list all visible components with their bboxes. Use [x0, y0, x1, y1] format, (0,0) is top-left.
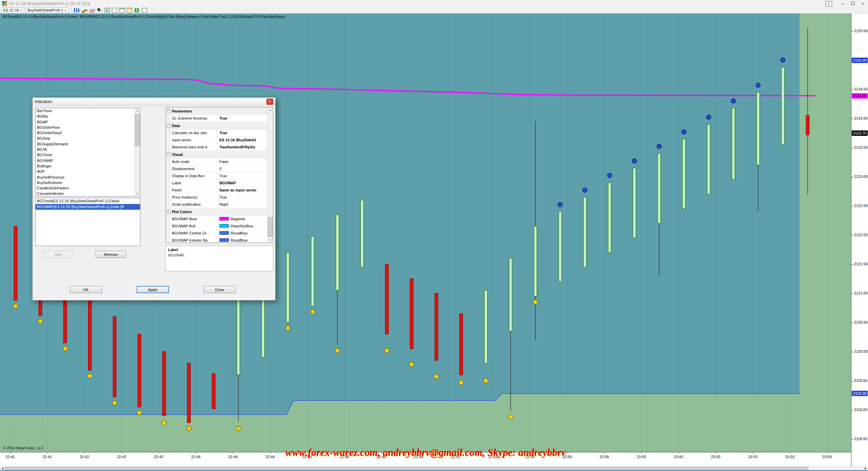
property-value[interactable]: True	[218, 129, 267, 136]
property-value[interactable]: Magenta	[218, 216, 267, 222]
scroll-down-icon[interactable]: ▼	[268, 238, 273, 243]
indicator-list-item[interactable]: BarTimer	[36, 108, 134, 114]
indicator-list-item[interactable]: BGMP	[36, 119, 134, 125]
dialog-close-icon[interactable]: ×	[267, 99, 273, 105]
indicator-list-item[interactable]: Bollinger	[36, 163, 134, 169]
property-value[interactable]: DeepSkyBlue	[218, 223, 267, 229]
property-grid[interactable]: Parameters01: Extreme ReversaTrueDataCal…	[165, 107, 273, 243]
available-list-scrollbar[interactable]: ▲ ▼	[134, 108, 140, 196]
link-button[interactable]: L	[825, 1, 832, 6]
property-value[interactable]: True	[218, 194, 267, 201]
property-value[interactable]: Right	[218, 201, 267, 208]
template-dropdown[interactable]: BuySideGlobalPro5-1 ▾	[25, 7, 68, 13]
property-row[interactable]: Calculate on bar closTrue	[166, 129, 267, 137]
scroll-right-icon[interactable]: ▶	[863, 467, 868, 470]
collapse-icon[interactable]	[167, 210, 171, 213]
indicator-list-item[interactable]: BGTA	[36, 147, 134, 152]
property-row[interactable]: Auto scaleFalse	[166, 158, 267, 165]
configured-indicators-list[interactable]: BGTrend(ES 12-16 (BuySideGlobalPro5-1),F…	[35, 198, 140, 246]
property-section[interactable]: Parameters	[166, 107, 267, 115]
collapse-icon[interactable]	[167, 152, 171, 156]
scroll-up-icon[interactable]: ▲	[135, 108, 140, 113]
scrollbar-thumb[interactable]	[268, 217, 273, 237]
close-button[interactable]: ×	[858, 0, 868, 7]
property-row[interactable]: Input seriesES 12-16 (BuySideGl	[166, 137, 267, 144]
property-value[interactable]: RoyalBlue	[218, 237, 267, 243]
indicator-list-item[interactable]: BGTrend	[36, 152, 134, 158]
property-value[interactable]: 0	[218, 165, 267, 172]
maximize-button[interactable]	[848, 0, 858, 7]
property-section[interactable]: Visual	[166, 151, 267, 158]
property-value[interactable]: True	[218, 115, 267, 122]
property-row[interactable]: Display in Data BoxTrue	[166, 172, 267, 180]
available-indicators-list[interactable]: BarTimerBGBarBGMPBGOrderFlowBGOrderFlow2…	[35, 108, 140, 197]
property-value[interactable]: RoyalBlue	[218, 230, 267, 237]
scrollbar-thumb[interactable]	[135, 114, 140, 146]
property-value[interactable]: TwoHundredFiftySix	[218, 144, 267, 150]
indicator-list-item[interactable]: CandleStickPattern	[36, 185, 134, 191]
alerts-panel-icon[interactable]	[126, 7, 133, 13]
property-row[interactable]: BGVWAP Exterior BaRoyalBlue	[166, 237, 267, 243]
chart-window-icon[interactable]	[104, 7, 111, 13]
indicator-list-item[interactable]: BGOrderFlow	[36, 125, 134, 130]
property-row[interactable]: Maximum bars look bTwoHundredFiftySix	[166, 144, 267, 151]
strategies-icon[interactable]: S	[134, 7, 140, 13]
new-button[interactable]: New	[43, 251, 73, 258]
collapse-icon[interactable]	[167, 124, 171, 127]
indicator-list-item[interactable]: BGOrderFlow2	[36, 130, 134, 136]
dialog-title-bar[interactable]: Indicators ×	[33, 98, 275, 106]
scroll-left-icon[interactable]: ◀	[0, 467, 5, 470]
indicator-list-item[interactable]: BuySellVolume	[36, 180, 134, 185]
indicator-list-item[interactable]: BuySellPressure	[36, 175, 134, 180]
drawing-tools-icon[interactable]: ▾	[81, 7, 88, 13]
property-value[interactable]: False	[218, 158, 267, 165]
property-row[interactable]: LabelBGVWAP	[166, 180, 267, 187]
property-row[interactable]: Displacement0	[166, 165, 267, 172]
trend-dot-blue	[781, 58, 785, 62]
price-bar	[188, 363, 191, 423]
indicator-list-item[interactable]: BOP	[36, 169, 134, 174]
configured-indicator-item[interactable]: BGTrend(ES 12-16 (BuySideGlobalPro5-1),F…	[36, 198, 140, 204]
indicator-list-item[interactable]: CanvasIndicator	[36, 191, 134, 196]
chart-style-icon[interactable]: ▾	[74, 7, 81, 13]
horizontal-scrollbar[interactable]: ◀ ▶	[0, 466, 868, 470]
property-row[interactable]: Price marker(s)True	[166, 194, 267, 201]
cursor-tool-icon[interactable]: ▾	[96, 7, 103, 13]
indicator-panel-icon[interactable]	[119, 7, 125, 13]
scrollbar-thumb[interactable]	[5, 467, 808, 470]
instrument-dropdown[interactable]: ES 12-16 ▾	[1, 7, 24, 13]
property-row[interactable]: PanelSame as input series	[166, 187, 267, 194]
property-section[interactable]: Data	[166, 122, 267, 129]
chevron-down-icon: ▾	[79, 9, 80, 12]
property-row[interactable]: 01: Extreme ReversaTrue	[166, 115, 267, 122]
scroll-down-icon[interactable]: ▼	[135, 191, 140, 196]
minimize-button[interactable]	[837, 0, 848, 7]
apply-button[interactable]: Apply	[137, 286, 169, 293]
property-value[interactable]: BGVWAP	[218, 180, 267, 186]
property-row[interactable]: BGVWAP BullDeepSkyBlue	[166, 223, 267, 230]
property-row[interactable]: Scale justificationRight	[166, 201, 267, 208]
chevron-down-icon: ▾	[86, 9, 88, 12]
collapse-icon[interactable]	[167, 109, 171, 113]
data-grid-icon[interactable]	[111, 7, 118, 13]
ok-button[interactable]: OK	[70, 286, 102, 293]
property-section[interactable]: Plot Colors	[166, 208, 267, 216]
property-grid-scrollbar[interactable]: ▲ ▼	[267, 107, 273, 243]
time-axis[interactable]: 22:4122:4122:4222:4222:4222:4422:4422:44…	[0, 452, 851, 466]
property-value[interactable]: ES 12-16 (BuySideGl	[218, 137, 267, 143]
configured-indicator-item[interactable]: BGVWAP(ES 12-16 (BuySideGlobalPro5-1),Co…	[36, 204, 140, 210]
property-value[interactable]: Same as input series	[218, 187, 267, 193]
indicator-list-item[interactable]: BGStop	[36, 136, 134, 141]
dialog-close-button[interactable]: Close	[203, 286, 236, 293]
property-row[interactable]: BGVWAP Central ZoRoyalBlue	[166, 230, 267, 237]
eraser-icon[interactable]	[89, 7, 96, 13]
price-axis[interactable]: 2125.502124.502124.002123.502123.002122.…	[851, 14, 868, 466]
indicator-list-item[interactable]: BGSupplyDemand	[36, 141, 134, 147]
property-value[interactable]: True	[218, 172, 267, 179]
indicator-list-item[interactable]: BGVWAP	[36, 158, 134, 163]
indicator-list-item[interactable]: BGBar	[36, 114, 134, 119]
property-row[interactable]: BGVWAP BearMagenta	[166, 216, 267, 223]
remove-button[interactable]: Remove	[96, 251, 126, 258]
properties-table-icon[interactable]	[141, 7, 148, 13]
scroll-up-icon[interactable]: ▲	[268, 107, 273, 112]
